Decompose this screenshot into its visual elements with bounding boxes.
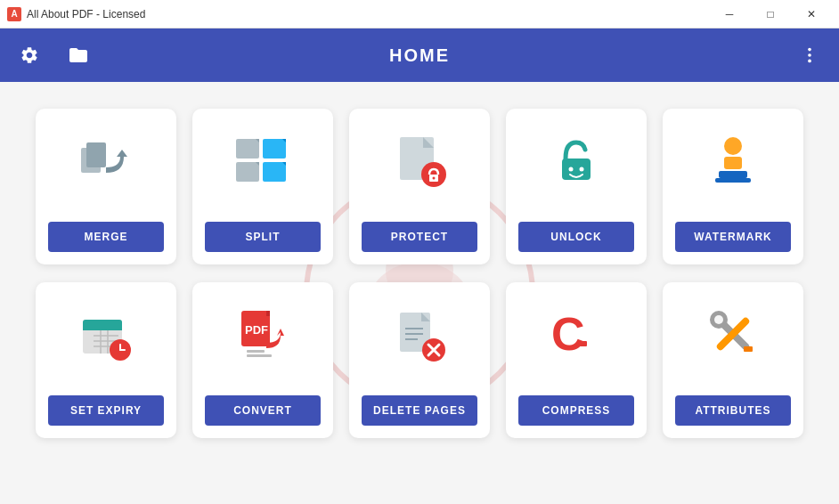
svg-rect-10: [236, 162, 259, 182]
main-content: Cumiche MERGE: [0, 82, 839, 504]
svg-rect-25: [724, 157, 742, 169]
title-bar: A All About PDF - Licensed ─ □ ✕: [0, 0, 839, 28]
svg-rect-58: [744, 346, 753, 352]
header-right-actions: [794, 40, 825, 70]
minimize-button[interactable]: ─: [709, 0, 750, 28]
watermark-button[interactable]: WATERMARK: [675, 222, 791, 252]
more-menu-button[interactable]: [794, 40, 825, 70]
open-folder-button[interactable]: [62, 39, 94, 71]
delete-pages-card[interactable]: DELETE PAGES: [349, 282, 490, 438]
app-header: HOME: [0, 28, 839, 82]
protect-button[interactable]: PROTECT: [362, 222, 477, 252]
page-title: HOME: [389, 45, 450, 66]
set-expiry-card[interactable]: SET EXPIRY: [36, 282, 176, 438]
svg-point-0: [808, 48, 811, 52]
svg-point-24: [724, 137, 742, 155]
delete-pages-icon: [387, 302, 452, 366]
svg-rect-43: [247, 354, 272, 357]
svg-point-20: [433, 177, 436, 180]
svg-text:C: C: [551, 308, 585, 360]
compress-button[interactable]: COMPRESS: [518, 395, 634, 426]
close-button[interactable]: ✕: [791, 0, 832, 28]
watermark-icon: [701, 128, 765, 192]
svg-rect-42: [247, 350, 265, 353]
attributes-icon: [701, 302, 765, 366]
svg-point-57: [714, 315, 723, 324]
merge-icon: [74, 128, 138, 192]
svg-point-22: [569, 167, 574, 172]
svg-rect-7: [86, 142, 106, 167]
attributes-card[interactable]: ATTRIBUTES: [663, 282, 803, 438]
set-expiry-button[interactable]: SET EXPIRY: [48, 395, 164, 426]
app-icon: A: [7, 7, 21, 21]
card-row-1: MERGE SPLIT: [36, 109, 803, 264]
unlock-icon: [544, 128, 608, 192]
svg-rect-12: [263, 139, 286, 159]
svg-rect-30: [83, 325, 122, 330]
svg-marker-40: [266, 311, 270, 316]
convert-button[interactable]: CONVERT: [205, 395, 321, 426]
svg-point-1: [808, 53, 811, 57]
compress-icon: C: [544, 302, 608, 366]
window-controls: ─ □ ✕: [709, 0, 832, 28]
convert-icon: PDF: [231, 302, 295, 366]
gear-icon: [20, 45, 39, 65]
folder-icon: [68, 45, 89, 66]
unlock-button[interactable]: UNLOCK: [518, 222, 634, 252]
split-card[interactable]: SPLIT: [192, 109, 333, 264]
header-left-actions: [14, 39, 94, 71]
attributes-button[interactable]: ATTRIBUTES: [675, 395, 791, 426]
svg-rect-8: [236, 139, 259, 159]
svg-point-23: [580, 167, 584, 172]
merge-card[interactable]: MERGE: [36, 109, 176, 264]
svg-rect-27: [715, 178, 751, 183]
card-row-2: SET EXPIRY PDF CONVERT: [36, 282, 803, 438]
convert-card[interactable]: PDF CONVERT: [192, 282, 333, 438]
window-title: All About PDF - Licensed: [27, 8, 709, 20]
svg-rect-53: [580, 341, 587, 346]
settings-button[interactable]: [14, 40, 45, 70]
merge-button[interactable]: MERGE: [48, 222, 164, 252]
svg-point-2: [808, 60, 811, 63]
split-icon: [231, 128, 295, 192]
protect-icon: [387, 128, 452, 192]
protect-card[interactable]: PROTECT: [349, 109, 490, 264]
maximize-button[interactable]: □: [750, 0, 791, 28]
unlock-card[interactable]: UNLOCK: [506, 109, 647, 264]
set-expiry-icon: [74, 302, 138, 366]
compress-card[interactable]: C COMPRESS: [506, 282, 647, 438]
more-vert-icon: [800, 45, 819, 65]
watermark-card[interactable]: WATERMARK: [663, 109, 803, 264]
svg-rect-26: [719, 171, 747, 178]
delete-pages-button[interactable]: DELETE PAGES: [362, 395, 477, 426]
svg-text:PDF: PDF: [245, 323, 268, 337]
split-button[interactable]: SPLIT: [205, 222, 321, 252]
svg-rect-14: [263, 162, 286, 182]
